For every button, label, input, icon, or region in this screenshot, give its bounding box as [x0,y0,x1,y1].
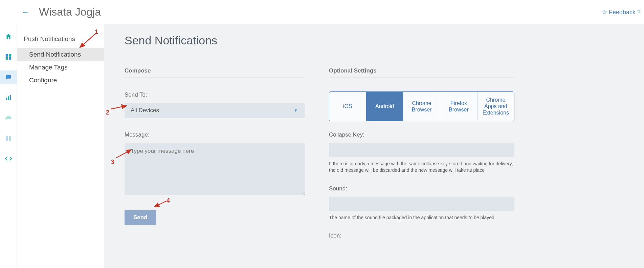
svg-rect-2 [5,57,8,60]
back-arrow[interactable]: ← [22,8,29,17]
svg-rect-1 [8,54,11,57]
tab-ios[interactable]: iOS [329,92,366,121]
platform-tabs: iOS Android Chrome Browser Firefox Brows… [329,91,514,121]
compose-section-title: Compose [125,67,305,78]
send-to-label: Send To: [125,91,305,98]
header-divider [34,6,34,19]
rail-dashboard[interactable] [0,50,17,64]
star-icon: ☆ [602,9,607,16]
tab-chrome-browser[interactable]: Chrome Browser [403,92,440,121]
optional-section-title: Optional Settings [329,67,514,78]
home-icon [5,33,12,40]
tab-firefox-browser[interactable]: Firefox Browser [440,92,477,121]
tab-chrome-apps[interactable]: Chrome Apps and Extensions [478,92,514,121]
code-icon [5,155,12,162]
feedback-label: Feedback ? [609,9,641,16]
icon-label: Icon: [329,232,514,239]
svg-rect-0 [5,54,8,57]
rail-home[interactable] [0,30,17,43]
push-icon [5,74,12,81]
svg-rect-6 [9,95,11,100]
message-textarea[interactable] [125,143,305,195]
sidebar-item-manage-tags[interactable]: Manage Tags [17,61,104,74]
sidebar-heading: Push Notifications [17,33,104,48]
sound-label: Sound: [329,185,514,192]
rail-push[interactable] [0,70,17,84]
svg-rect-7 [6,136,8,141]
rail-queue[interactable] [0,131,17,145]
queue-icon [5,135,12,142]
collapse-key-label: Collapse Key: [329,131,514,138]
svg-rect-5 [8,96,9,100]
feedback-link[interactable]: ☆Feedback ? [602,8,641,16]
rail-code[interactable] [0,152,17,165]
cloud-icon [5,114,12,122]
sound-input[interactable] [329,197,514,211]
sidebar-item-configure[interactable]: Configure [17,74,104,87]
compose-column: Compose Send To: All Devices ▼ Message: … [125,67,305,244]
svg-rect-8 [9,136,11,141]
optional-column: Optional Settings iOS Android Chrome Bro… [329,67,514,244]
page-title: Send Notifications [125,34,624,47]
dashboard-icon [5,53,12,61]
sidebar-item-send-notifications[interactable]: Send Notifications [17,48,104,61]
analytics-icon [5,94,12,101]
rail-cloud[interactable] [0,111,17,125]
side-menu: Push Notifications Send Notifications Ma… [17,24,104,268]
rail-analytics[interactable] [0,91,17,104]
icon-rail [0,24,17,268]
message-label: Message: [125,131,305,138]
send-button[interactable]: Send [125,210,156,225]
collapse-key-input[interactable] [329,143,514,157]
sound-help: The name of the sound file packaged in t… [329,214,514,221]
collapse-key-help: If there is already a message with the s… [329,161,514,174]
app-title: Wisata Jogja [39,6,101,18]
svg-rect-3 [8,57,11,60]
main-content: Send Notifications Compose Send To: All … [104,24,644,268]
send-to-select[interactable]: All Devices ▼ [125,103,305,118]
send-to-value: All Devices [131,107,159,114]
svg-rect-4 [6,98,7,100]
tab-android[interactable]: Android [366,92,403,121]
chevron-down-icon: ▼ [294,108,298,113]
